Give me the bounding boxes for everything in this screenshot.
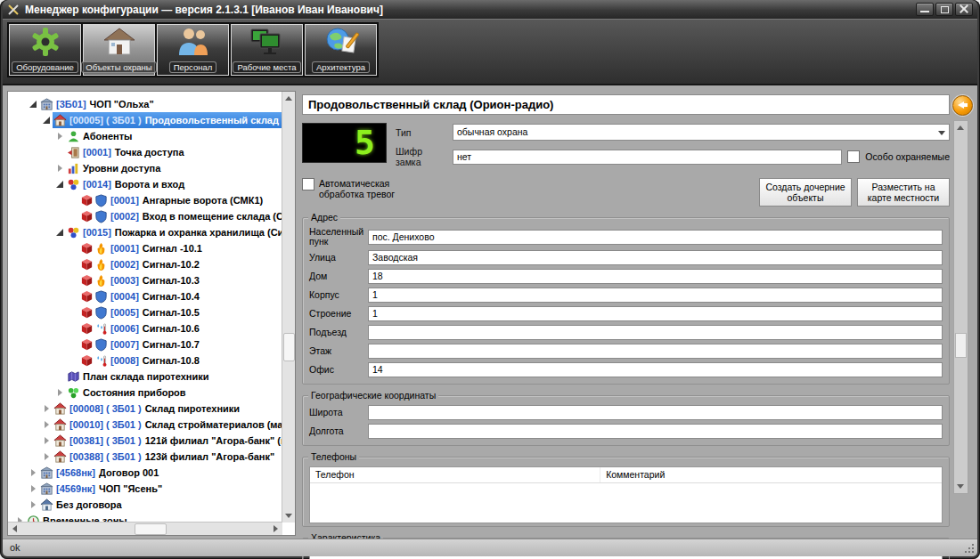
tree-vertical-scrollbar[interactable] (282, 92, 295, 523)
address-field-input[interactable]: 1 (368, 288, 943, 303)
tree-item[interactable]: [00381] ( 3Б01 )121й филиал "Агора-банк"… (8, 433, 282, 449)
tree-item[interactable]: [0006]Сигнал-10.6 (8, 320, 282, 336)
toolbar-button-label: Объекты охраны (81, 61, 156, 73)
tree-item[interactable]: [0007]Сигнал-10.7 (8, 336, 282, 352)
detail-vertical-scrollbar[interactable] (953, 120, 968, 494)
address-field-input[interactable]: 14 (368, 362, 943, 377)
toolbar-button-объекты-охраны[interactable]: Объекты охраны (83, 24, 155, 76)
expander-icon[interactable] (27, 501, 39, 508)
address-field-row: Этаж (309, 344, 943, 359)
scrollbar-thumb[interactable] (135, 523, 167, 535)
phones-group: Телефоны Телефон Комментарий (302, 457, 950, 527)
tree-item[interactable]: [4569нк]ЧОП "Ясень" (8, 481, 282, 497)
tree-item[interactable]: План склада пиротехники (8, 369, 282, 385)
toolbar-button-архитектура[interactable]: Архитектура (305, 24, 377, 76)
back-button[interactable] (952, 95, 973, 116)
toolbar-button-оборудование[interactable]: Оборудование (9, 24, 81, 76)
scroll-down-icon[interactable] (285, 514, 292, 518)
building-icon (40, 98, 53, 111)
minimize-icon (920, 11, 929, 12)
cipher-input[interactable]: нет (453, 150, 842, 165)
expander-icon[interactable] (53, 181, 66, 188)
maximize-button[interactable] (935, 3, 953, 16)
tree-item[interactable]: [0001]Ангарные ворота (СМК1) (8, 192, 282, 208)
tree-item[interactable]: Состояния приборов (8, 385, 282, 401)
tree-item-id: [4569нк] (56, 483, 95, 494)
address-field-input[interactable]: 18 (368, 269, 943, 284)
tree-item[interactable]: [0002]Сигнал-10.2 (8, 256, 282, 272)
resize-grip-icon[interactable] (966, 545, 974, 553)
expander-icon[interactable] (40, 437, 53, 444)
close-button[interactable] (955, 3, 973, 16)
tree-horizontal-scrollbar[interactable] (8, 522, 282, 535)
scrollbar-thumb[interactable] (955, 333, 967, 358)
phones-table-header: Телефон Комментарий (310, 467, 942, 483)
tree-item[interactable]: [0001]Точка доступа (8, 144, 282, 160)
address-field-input[interactable] (368, 325, 943, 340)
house-red-icon (53, 418, 67, 432)
expander-icon[interactable] (40, 117, 53, 124)
tree-item[interactable]: Без договора (8, 497, 282, 513)
auto-alarm-checkbox[interactable] (302, 178, 314, 190)
create-children-button[interactable]: Создать дочерние объекты (759, 178, 852, 207)
tree-item[interactable]: [0014]Ворота и вход (8, 176, 282, 192)
scrollbar-thumb[interactable] (283, 333, 295, 361)
special-guarded-checkbox[interactable] (847, 150, 860, 163)
tree-item[interactable]: [00388] ( 3Б01 )123й филиал "Агора-банк" (8, 449, 282, 465)
address-field-input[interactable]: Заводская (368, 250, 943, 265)
phones-table[interactable]: Телефон Комментарий (309, 466, 943, 523)
address-field-input[interactable] (368, 344, 943, 359)
tree-item[interactable]: [0015]Пожарка и охранка хранилища (Сигна… (8, 224, 282, 240)
place-on-map-button[interactable]: Разместить на карте местности (857, 178, 950, 207)
toolbar-button-рабочие-места[interactable]: Рабочие места (231, 24, 303, 76)
expander-icon[interactable] (40, 421, 53, 428)
type-select[interactable]: обычная охрана (453, 124, 950, 141)
cube-leak-icon (80, 354, 108, 368)
tree-content: [3Б01]ЧОП "Ольха"[00005] ( 3Б01 )Продово… (8, 96, 282, 522)
tree-item[interactable]: Абоненты (8, 128, 282, 144)
address-field-input[interactable]: 1 (368, 306, 943, 321)
scroll-up-icon[interactable] (957, 126, 964, 130)
expander-icon[interactable] (27, 469, 39, 476)
coordinate-field-input[interactable] (368, 405, 943, 420)
tree-item-label: Договор 001 (99, 467, 159, 478)
scroll-down-icon[interactable] (957, 484, 964, 489)
tree-item[interactable]: [3Б01]ЧОП "Ольха" (8, 96, 282, 112)
tree-item[interactable]: Уровни доступа (8, 160, 282, 176)
expander-icon[interactable] (53, 165, 66, 172)
expander-icon[interactable] (27, 101, 39, 108)
tree-item[interactable]: [0008]Сигнал-10.8 (8, 352, 282, 369)
tree-item[interactable]: [0005]Сигнал-10.5 (8, 304, 282, 320)
minimize-button[interactable] (916, 3, 934, 16)
object-detail-panel: Продовольственный склад (Орион-радио) 5 … (300, 91, 975, 536)
tree-item[interactable]: [00005] ( 3Б01 )Продовольственный склад … (8, 112, 282, 128)
tree-item-id: [0001] (83, 147, 111, 158)
tree-item-id: [0003] (110, 275, 139, 286)
tree-item[interactable]: [00010] ( 3Б01 )Склад стройматериалов (м… (8, 417, 282, 433)
tree-item[interactable]: [0004]Сигнал-10.4 (8, 288, 282, 304)
levels-icon (67, 162, 80, 175)
tree-item[interactable]: [0002]Вход в помещение склада (СМК-2) (8, 208, 282, 224)
expander-icon[interactable] (53, 133, 66, 140)
tree-item[interactable]: [0003]Сигнал-10.3 (8, 272, 282, 288)
tree-item[interactable]: Временные зоны (8, 513, 282, 522)
object-title-input[interactable]: Продовольственный склад (Орион-радио) (302, 94, 950, 115)
cipher-label: Шифр замка (396, 146, 447, 167)
titlebar[interactable]: Менеджер конфигурации — версия 2.1.3.1 [… (3, 0, 977, 19)
address-field-input[interactable]: пос. Денихово (368, 230, 943, 245)
scroll-left-icon[interactable] (12, 525, 17, 532)
tree-item[interactable]: [00008] ( 3Б01 )Склад пиротехники (8, 401, 282, 417)
scroll-right-icon[interactable] (274, 525, 278, 532)
expander-icon[interactable] (40, 453, 53, 460)
toolbar-button-персонал[interactable]: Персонал (157, 24, 229, 76)
tree-item[interactable]: [0001]Сигнал -10.1 (8, 240, 282, 256)
tree-item[interactable]: [4568нк]Договор 001 (8, 465, 282, 481)
tree-item-label: Сигнал-10.4 (143, 291, 200, 302)
scroll-up-icon[interactable] (285, 96, 292, 101)
expander-icon[interactable] (27, 485, 39, 492)
expander-icon[interactable] (53, 229, 66, 236)
expander-icon[interactable] (53, 389, 66, 396)
house-icon (102, 26, 136, 61)
coordinate-field-input[interactable] (368, 424, 943, 439)
expander-icon[interactable] (40, 405, 53, 412)
